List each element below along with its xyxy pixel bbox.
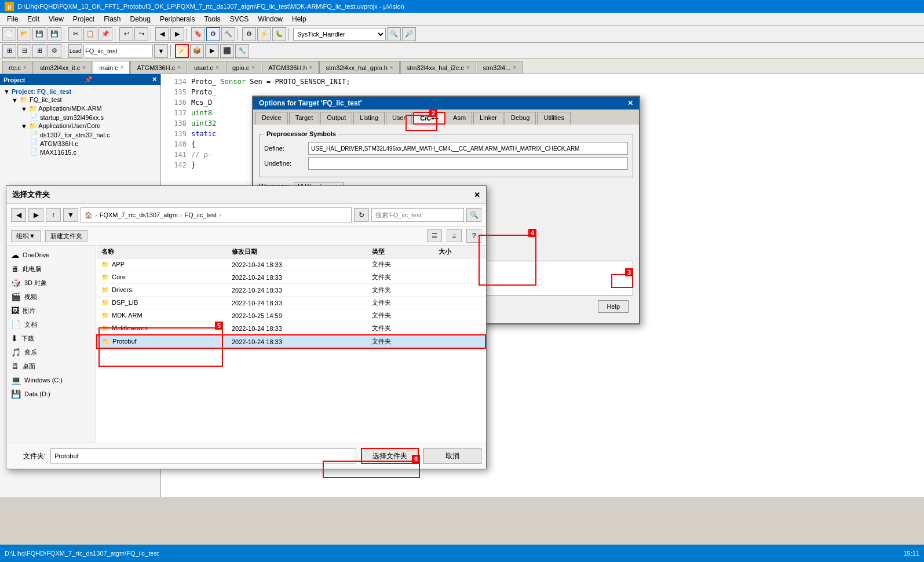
col-name[interactable]: 名称: [97, 246, 227, 258]
copy-button[interactable]: 📋: [83, 27, 97, 41]
save-button[interactable]: 💾: [32, 27, 46, 41]
fav-3d[interactable]: 🎲 3D 对象: [6, 276, 96, 290]
table-row[interactable]: 📁Drivers 2022-10-24 18:33 文件夹: [97, 284, 485, 297]
build-button[interactable]: 🔨: [221, 27, 235, 41]
magic-wand-button[interactable]: 🪄: [175, 44, 189, 58]
new-file-button[interactable]: 📄: [2, 27, 16, 41]
opt-tab-cpp[interactable]: C/C++: [413, 112, 445, 125]
view-toggle-list[interactable]: ☰: [427, 229, 442, 242]
view-help-button[interactable]: ?: [466, 229, 481, 243]
file-dialog-close-icon[interactable]: ✕: [474, 191, 480, 199]
fav-data-d[interactable]: 💾 Data (D:): [6, 387, 96, 401]
fav-downloads[interactable]: ⬇ 下载: [6, 331, 96, 345]
nav-forward-button[interactable]: ▶: [28, 208, 43, 222]
forward-button[interactable]: ▶: [170, 27, 184, 41]
tab-main[interactable]: main.c ×: [93, 61, 130, 74]
search-input[interactable]: [371, 208, 464, 222]
col-type[interactable]: 类型: [367, 246, 434, 258]
col-size[interactable]: 大小: [434, 246, 485, 258]
opt-tab-target[interactable]: Target: [289, 112, 320, 125]
tree-app-mdk[interactable]: ▼ 📁 Application/MDK-ARM: [2, 104, 158, 113]
opt-tab-listing[interactable]: Listing: [353, 112, 385, 125]
fav-this-pc[interactable]: 🖥 此电脑: [6, 262, 96, 276]
close-i2c-icon[interactable]: ×: [466, 64, 470, 71]
define-input[interactable]: [308, 142, 628, 155]
col-date[interactable]: 修改日期: [227, 246, 367, 258]
tree-max[interactable]: 📄 MAX11615.c: [2, 148, 158, 156]
close-gpio-icon[interactable]: ×: [251, 64, 255, 71]
function-selector[interactable]: SysTick_Handler: [293, 28, 386, 41]
close-stm32it-icon[interactable]: ×: [82, 64, 86, 71]
save-all-button[interactable]: 💾: [48, 27, 61, 41]
table-row[interactable]: 📁DSP_LIB 2022-10-24 18:33 文件夹: [97, 297, 485, 309]
close-main-icon[interactable]: ×: [120, 64, 124, 71]
menu-edit[interactable]: Edit: [23, 14, 44, 24]
menu-file[interactable]: File: [2, 14, 23, 24]
menu-tools[interactable]: Tools: [200, 14, 225, 24]
tree-fq-iic[interactable]: ▼ 📁 FQ_iic_test: [2, 96, 158, 104]
tree-ds1307[interactable]: 📄 ds1307_for_stm32_hal.c: [2, 130, 158, 139]
path-part2[interactable]: FQ_iic_test: [184, 211, 217, 218]
undefine-input[interactable]: [308, 157, 628, 170]
search-button[interactable]: 🔎: [402, 27, 416, 41]
opt-tab-debug[interactable]: Debug: [505, 112, 536, 125]
fav-video[interactable]: 🎬 视频: [6, 290, 96, 304]
cut-button[interactable]: ✂: [68, 27, 82, 41]
debug-button[interactable]: 🐛: [272, 27, 286, 41]
tb2-btn8[interactable]: 🔧: [235, 44, 249, 58]
table-row[interactable]: 📁Core 2022-10-24 18:33 文件夹: [97, 271, 485, 284]
redo-button[interactable]: ↪: [134, 27, 148, 41]
tb2-dropdown[interactable]: ▼: [154, 44, 168, 58]
undo-button[interactable]: ↩: [119, 27, 133, 41]
new-folder-button[interactable]: 新建文件夹: [45, 230, 87, 242]
project-panel-pin[interactable]: 📌: [85, 76, 93, 83]
compile-button[interactable]: ⚙: [206, 27, 220, 41]
opt-tab-output[interactable]: Output: [320, 112, 352, 125]
menu-peripherals[interactable]: Peripherals: [155, 14, 200, 24]
fav-windows-c[interactable]: 💻 Windows (C:): [6, 373, 96, 387]
menu-debug[interactable]: Debug: [126, 14, 155, 24]
nav-up-button[interactable]: ↑: [46, 208, 61, 222]
project-panel-close-icon[interactable]: ✕: [152, 76, 157, 83]
tab-gpio[interactable]: gpio.c ×: [226, 61, 261, 74]
close-more-icon[interactable]: ×: [513, 64, 516, 71]
menu-svcs[interactable]: SVCS: [225, 14, 254, 24]
bookmark-button[interactable]: 🔖: [191, 27, 205, 41]
fav-desktop[interactable]: 🖥 桌面: [6, 359, 96, 373]
paste-button[interactable]: 📌: [98, 27, 112, 41]
tb2-btn6[interactable]: ▶: [205, 44, 219, 58]
tab-usart[interactable]: usart.c ×: [188, 61, 225, 74]
fav-documents[interactable]: 📄 文档: [6, 318, 96, 331]
help-button[interactable]: Help: [598, 300, 629, 313]
tb2-btn3[interactable]: ⊞: [32, 44, 46, 58]
fav-pictures[interactable]: 🖼 图片: [6, 304, 96, 318]
menu-view[interactable]: View: [44, 14, 68, 24]
tb2-btn2[interactable]: ⊟: [17, 44, 31, 58]
select-folder-button[interactable]: 选择文件夹: [361, 448, 419, 464]
opt-tab-user[interactable]: User: [386, 112, 412, 125]
load-button[interactable]: Load: [68, 44, 82, 58]
fav-music[interactable]: 🎵 音乐: [6, 345, 96, 359]
cancel-button[interactable]: 取消: [423, 448, 481, 464]
fav-onedrive[interactable]: ☁ OneDrive: [6, 248, 96, 262]
close-atgm-icon[interactable]: ×: [177, 64, 181, 71]
find-button[interactable]: 🔍: [387, 27, 401, 41]
open-button[interactable]: 📂: [17, 27, 31, 41]
tb2-btn1[interactable]: ⊞: [2, 44, 16, 58]
filename-input[interactable]: [50, 448, 356, 464]
menu-project[interactable]: Project: [68, 14, 99, 24]
tb2-btn5[interactable]: 📦: [190, 44, 204, 58]
menu-flash[interactable]: Flash: [99, 14, 125, 24]
nav-refresh-button[interactable]: ↻: [354, 208, 369, 222]
opt-tab-linker[interactable]: Linker: [473, 112, 503, 125]
tab-gpio-h[interactable]: stm32l4xx_hal_gpio.h ×: [319, 61, 399, 74]
close-rtc-icon[interactable]: ×: [23, 64, 27, 71]
organize-button[interactable]: 组织▼: [11, 230, 41, 242]
tb2-btn4[interactable]: ⚙: [48, 44, 61, 58]
opt-tab-utilities[interactable]: Utilities: [537, 112, 570, 125]
close-atgm-h-icon[interactable]: ×: [309, 64, 313, 71]
tab-i2c[interactable]: stm32l4xx_hal_i2c.c ×: [400, 61, 476, 74]
opt-tab-asm[interactable]: Asm: [447, 112, 472, 125]
menu-window[interactable]: Window: [253, 14, 287, 24]
tree-app-user[interactable]: ▼ 📁 Application/User/Core: [2, 122, 158, 130]
